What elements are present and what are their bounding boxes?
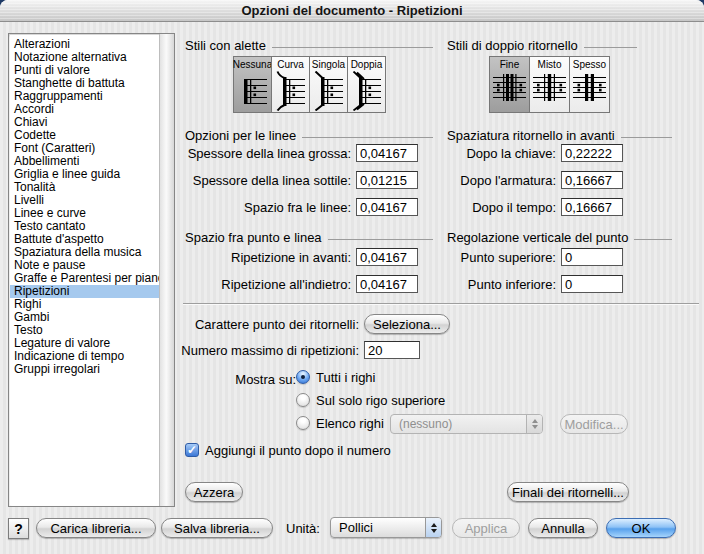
apply-button[interactable]: Applica [452, 518, 520, 538]
backward-repeat-row: Ripetizione all'indietro: [100, 274, 418, 294]
group-dot-line-space-header: Spazio fra punto e linea [185, 230, 433, 245]
repeat-dot-font-row: Carattere punto dei ritornelli: Selezion… [100, 314, 450, 334]
field-label: Punto superiore: [461, 250, 556, 265]
units-label: Unità: [286, 521, 320, 536]
show-on-label: Mostra su: [235, 372, 296, 387]
double-repeat-misto-icon [533, 71, 566, 103]
category-list: Alterazioni Notazione alternativa Punti … [10, 35, 159, 505]
forward-repeat-row: Ripetizione in avanti: [100, 247, 418, 267]
after-keysig-field[interactable] [561, 171, 623, 189]
wing-style-label: Curva [277, 59, 304, 70]
thin-line-row: Spessore della linea sottile: [100, 170, 418, 190]
double-repeat-style-buttons: Fine Misto [489, 56, 610, 113]
double-repeat-misto-button[interactable]: Misto [529, 56, 570, 113]
radio-label: Elenco righi [316, 416, 384, 431]
lower-dot-field[interactable] [561, 275, 623, 293]
sidebar-item-righi[interactable]: Righi [10, 298, 159, 311]
ok-button[interactable]: OK [606, 518, 676, 538]
units-dropdown[interactable]: Pollici [330, 517, 442, 538]
upper-dot-field[interactable] [561, 248, 623, 266]
sidebar-item-codette[interactable]: Codette [10, 129, 159, 142]
group-rule [272, 47, 433, 48]
document-options-dialog: Opzioni del documento - Ripetizioni Alte… [0, 0, 704, 554]
max-repeats-field[interactable] [364, 341, 420, 359]
group-rule [621, 137, 672, 138]
group-title: Stili di doppio ritornello [447, 38, 578, 53]
window-title: Opzioni del documento - Ripetizioni [242, 3, 463, 18]
radio-top-staff-only[interactable]: Sul solo rigo superiore [296, 392, 445, 408]
modify-staff-list-button[interactable]: Modifica... [560, 414, 628, 434]
add-dot-after-number-checkbox[interactable]: ✓ Aggiungi il punto dopo il numero [185, 442, 391, 458]
field-label: Dopo il tempo: [472, 200, 556, 215]
field-label: Ripetizione all'indietro: [221, 277, 351, 292]
dropdown-stepper-icon [425, 518, 441, 537]
group-dot-vertical-header: Regolazione verticale del punto [447, 230, 672, 245]
category-listbox: Alterazioni Notazione alternativa Punti … [8, 33, 175, 507]
cancel-button[interactable]: Annulla [528, 518, 598, 538]
group-rule [634, 239, 672, 240]
thick-line-row: Spessore della linea grossa: [100, 143, 418, 163]
save-library-button[interactable]: Salva libreria... [161, 518, 273, 538]
after-keysig-row: Dopo l'armatura: [380, 170, 623, 190]
load-library-button[interactable]: Carica libreria... [36, 518, 156, 538]
radio-all-staves[interactable]: Tutti i righi [296, 369, 375, 385]
after-clef-row: Dopo la chiave: [380, 143, 623, 163]
after-timesig-field[interactable] [561, 198, 623, 216]
sidebar-item-notazione-alternativa[interactable]: Notazione alternativa [10, 51, 159, 64]
group-rule [302, 137, 433, 138]
group-forward-spacing-header: Spaziatura ritornello in avanti [447, 128, 672, 143]
field-label: Spazio fra le linee: [244, 200, 351, 215]
field-label: Dopo la chiave: [466, 146, 556, 161]
sidebar-item-stanghette-di-battuta[interactable]: Stanghette di battuta [10, 77, 159, 90]
sidebar-item-alterazioni[interactable]: Alterazioni [10, 38, 159, 51]
double-repeat-spesso-button[interactable]: Spesso [569, 56, 610, 113]
double-repeat-fine-button[interactable]: Fine [489, 56, 530, 113]
reset-button[interactable]: Azzera [185, 482, 243, 502]
sidebar-item-battute-daspetto[interactable]: Battute d'aspetto [10, 233, 159, 246]
double-repeat-spesso-icon [573, 71, 606, 103]
repeat-barline-double-wings-icon [352, 71, 382, 111]
wing-style-singola-button[interactable]: Singola [309, 56, 348, 113]
sidebar-scrollbar[interactable] [159, 34, 174, 506]
sidebar-item-raggruppamenti[interactable]: Raggruppamenti [10, 90, 159, 103]
dialog-content: Alterazioni Notazione alternativa Punti … [0, 22, 704, 554]
show-on-label-row: Mostra su: [100, 369, 296, 389]
checkbox-checked-icon: ✓ [185, 443, 199, 457]
field-label: Carattere punto dei ritornelli: [195, 317, 359, 332]
group-double-repeat-header: Stili di doppio ritornello [447, 38, 637, 53]
double-repeat-label: Spesso [573, 59, 606, 70]
radio-staff-list[interactable]: Elenco righi [296, 415, 384, 431]
group-title: Stili con alette [185, 38, 266, 53]
after-clef-field[interactable] [561, 144, 623, 162]
dropdown-stepper-icon [526, 415, 542, 433]
repeat-endings-button[interactable]: Finali dei ritornelli... [507, 482, 629, 502]
repeat-barline-curved-wings-icon [276, 71, 306, 111]
sidebar-item-punti-di-valore[interactable]: Punti di valore [10, 64, 159, 77]
help-button[interactable]: ? [8, 518, 29, 539]
field-label: Numero massimo di ripetizioni: [181, 343, 359, 358]
group-title: Regolazione verticale del punto [447, 230, 628, 245]
wing-style-nessuna-button[interactable]: Nessuna [233, 56, 272, 113]
window-titlebar[interactable]: Opzioni del documento - Ripetizioni [0, 0, 704, 22]
wing-style-label: Singola [312, 59, 345, 70]
repeat-barline-single-wings-icon [314, 71, 344, 111]
sidebar-item-accordi[interactable]: Accordi [10, 103, 159, 116]
group-line-options-header: Opzioni per le linee [185, 128, 433, 143]
group-rule [584, 47, 637, 48]
wing-style-doppia-button[interactable]: Doppia [347, 56, 386, 113]
wing-style-curva-button[interactable]: Curva [271, 56, 310, 113]
radio-icon [296, 393, 310, 407]
sidebar-item-chiavi[interactable]: Chiavi [10, 116, 159, 129]
double-repeat-label: Misto [538, 59, 562, 70]
radio-selected-icon [296, 370, 310, 384]
field-label: Spessore della linea grossa: [188, 146, 351, 161]
sidebar-item-testo-cantato[interactable]: Testo cantato [10, 220, 159, 233]
radio-label: Tutti i righi [316, 370, 375, 385]
field-label: Ripetizione in avanti: [231, 250, 351, 265]
section-divider [183, 303, 699, 305]
wing-style-label: Doppia [351, 59, 383, 70]
lower-dot-row: Punto inferiore: [380, 274, 623, 294]
select-font-button[interactable]: Seleziona... [364, 314, 450, 334]
units-value: Pollici [331, 520, 425, 535]
staff-list-dropdown[interactable]: (nessuno) [390, 414, 543, 434]
